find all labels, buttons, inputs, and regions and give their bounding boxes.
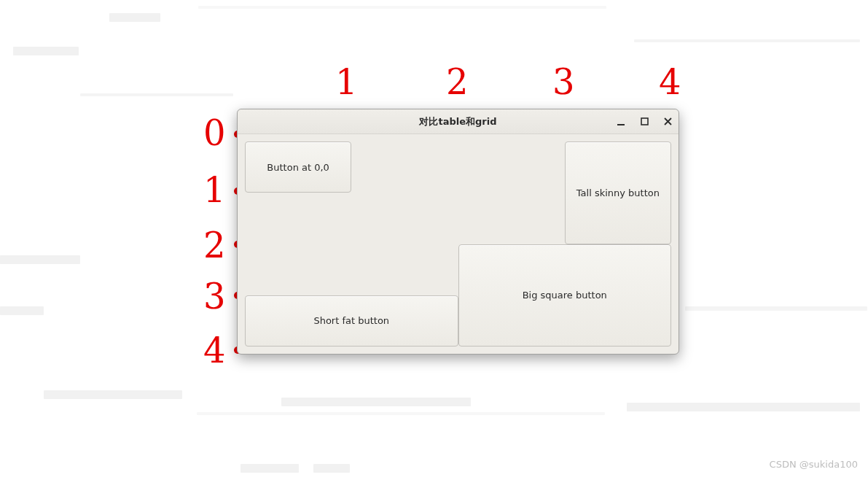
button-label: Button at 0,0	[267, 162, 329, 173]
bg-slab	[313, 464, 350, 473]
layout-grid: Button at 0,0 Tall skinny button Big squ…	[245, 142, 671, 347]
bg-slab	[634, 39, 860, 42]
bg-slab	[685, 306, 867, 311]
svg-rect-0	[617, 124, 625, 125]
grid-row-label: 3	[203, 279, 226, 314]
app-window: 对比table和grid Button at 0,0 Tall skinny b…	[237, 109, 679, 355]
window-client-area: Button at 0,0 Tall skinny button Big squ…	[238, 134, 679, 354]
grid-row-label: 2	[203, 228, 226, 263]
bg-slab	[0, 306, 44, 315]
bg-slab	[241, 464, 299, 473]
grid-col-label: 3	[552, 64, 575, 99]
grid-row-label: 4	[203, 333, 226, 368]
svg-rect-1	[641, 118, 648, 125]
grid-row-label: 1	[203, 172, 226, 207]
bg-slab	[13, 47, 79, 55]
window-titlebar[interactable]: 对比table和grid	[238, 109, 679, 134]
minimize-button[interactable]	[614, 115, 627, 128]
bg-slab	[109, 13, 160, 22]
grid-col-label: 2	[446, 64, 469, 99]
bg-slab	[0, 255, 80, 264]
short-fat-button[interactable]: Short fat button	[245, 295, 458, 347]
bg-slab	[80, 93, 233, 96]
button-label: Short fat button	[313, 315, 389, 326]
bg-slab	[198, 6, 606, 9]
grid-row-label: 0	[203, 115, 226, 150]
grid-col-label: 4	[659, 64, 681, 99]
bg-slab	[44, 390, 182, 399]
button-label: Tall skinny button	[576, 187, 660, 198]
bg-slab	[627, 403, 860, 411]
watermark: CSDN @sukida100	[770, 459, 858, 470]
maximize-button[interactable]	[638, 115, 651, 128]
window-title: 对比table和grid	[419, 115, 496, 128]
big-square-button[interactable]: Big square button	[458, 244, 672, 347]
tall-skinny-button[interactable]: Tall skinny button	[565, 142, 671, 244]
bg-slab	[197, 412, 605, 415]
grid-col-label: 1	[335, 64, 358, 99]
close-button[interactable]	[661, 115, 674, 128]
button-at-0-0[interactable]: Button at 0,0	[245, 142, 351, 193]
bg-slab	[281, 398, 471, 406]
button-label: Big square button	[523, 290, 607, 301]
